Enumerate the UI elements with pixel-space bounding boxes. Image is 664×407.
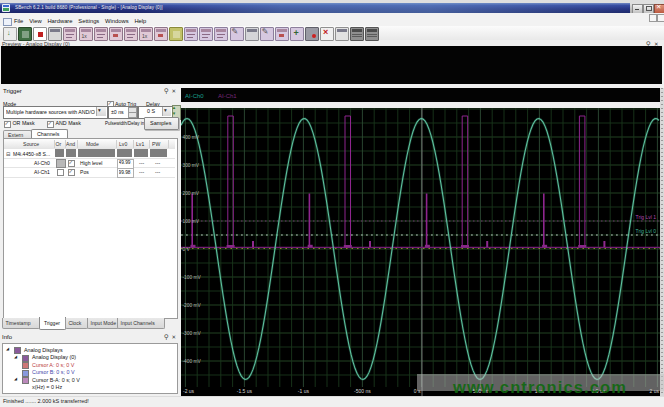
svg-text:Trig Lvl 1: Trig Lvl 1: [636, 214, 657, 220]
svg-text:0 V: 0 V: [183, 247, 191, 252]
svg-text:100 mV: 100 mV: [183, 219, 200, 224]
svg-text:-1.5 us: -1.5 us: [237, 388, 253, 394]
svg-text:-2 us: -2 us: [183, 388, 195, 394]
svg-text:400 mV: 400 mV: [183, 135, 200, 140]
svg-text:-200 mV: -200 mV: [183, 303, 202, 308]
svg-text:AI-Ch1: AI-Ch1: [218, 93, 237, 99]
svg-text:-100 mV: -100 mV: [183, 275, 202, 280]
svg-text:-1 us: -1 us: [298, 388, 310, 394]
svg-text:AI-Ch0: AI-Ch0: [185, 93, 204, 99]
svg-text:-300 mV: -300 mV: [183, 331, 202, 336]
svg-text:Trig Lvl 0: Trig Lvl 0: [636, 228, 657, 234]
svg-text:-500 ns: -500 ns: [354, 388, 371, 394]
svg-text:-400 mV: -400 mV: [183, 359, 202, 364]
svg-text:300 mV: 300 mV: [183, 163, 200, 168]
svg-text:200 mV: 200 mV: [183, 191, 200, 196]
